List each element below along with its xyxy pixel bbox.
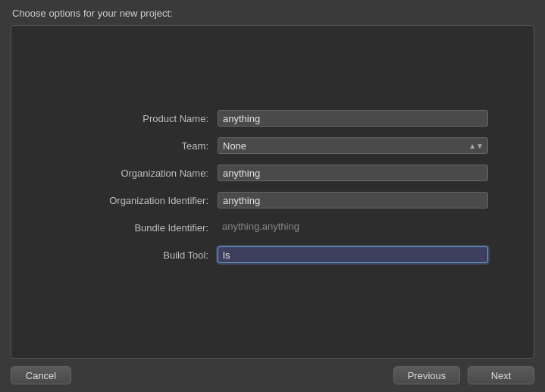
product-name-label: Product Name:	[57, 113, 208, 124]
form-container: Product Name: Team: None ▲▼ Organization…	[11, 80, 534, 304]
product-name-row: Product Name:	[57, 110, 488, 127]
team-row: Team: None ▲▼	[57, 137, 488, 154]
bundle-identifier-row: Bundle Identifier: anything.anything	[57, 219, 488, 236]
build-tool-input[interactable]	[218, 246, 488, 263]
team-select[interactable]: None	[218, 137, 488, 154]
org-identifier-input[interactable]	[218, 192, 488, 209]
team-select-wrapper: None ▲▼	[218, 137, 488, 154]
org-name-input[interactable]	[218, 165, 488, 181]
main-panel: Product Name: Team: None ▲▼ Organization…	[11, 25, 534, 359]
next-button[interactable]: Next	[468, 366, 534, 384]
previous-button[interactable]: Previous	[393, 366, 460, 384]
product-name-input[interactable]	[218, 110, 488, 127]
bundle-identifier-value: anything.anything	[218, 219, 488, 236]
build-tool-row: Build Tool:	[57, 246, 488, 263]
org-name-row: Organization Name:	[57, 165, 488, 181]
footer-right: Previous Next	[393, 366, 534, 384]
org-identifier-label: Organization Identifier:	[57, 195, 208, 206]
footer: Cancel Previous Next	[0, 359, 545, 384]
cancel-button[interactable]: Cancel	[11, 366, 71, 384]
build-tool-label: Build Tool:	[57, 249, 208, 261]
bundle-identifier-label: Bundle Identifier:	[57, 222, 208, 234]
team-label: Team:	[57, 140, 208, 152]
page-title: Choose options for your new project:	[12, 8, 173, 19]
org-name-label: Organization Name:	[57, 168, 208, 179]
page-header: Choose options for your new project:	[0, 0, 545, 25]
org-identifier-row: Organization Identifier:	[57, 192, 488, 209]
